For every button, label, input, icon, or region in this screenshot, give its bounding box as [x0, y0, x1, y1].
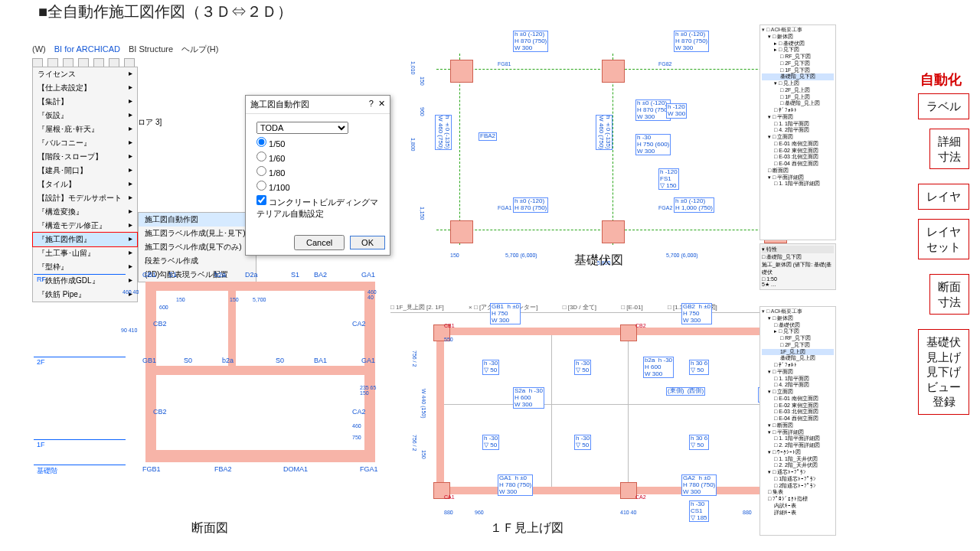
tab[interactable]: □ [3D / 全て] — [563, 304, 596, 311]
callout-layerset: レイヤ セット — [918, 219, 969, 259]
scale-radio-100[interactable]: 1/100 — [256, 183, 290, 192]
mid-label: h ±0 (-135) W 460 (750) — [596, 115, 612, 150]
menu-bi-archicad[interactable]: BI for ARCHICAD — [54, 44, 120, 54]
menu-w[interactable]: (W) — [32, 44, 46, 54]
menu-item[interactable]: 【建具･開口】▸ — [33, 164, 137, 178]
concrete-checkbox[interactable]: コンクリートビルディングマテリアル自動設定 — [256, 197, 378, 218]
tree-selected: 基礎階_見下図 — [762, 73, 834, 80]
beam-label: GB1 h ±0 H 750 W 300 — [490, 303, 521, 324]
col-label: CA2 — [635, 494, 646, 500]
bot-label: h ±0 (-120) H 1,000 (750) — [674, 197, 714, 213]
auto-draw-dialog: 施工図自動作図 ? ✕ TODA 1/50 1/60 1/80 1/100 コン… — [245, 95, 390, 256]
menu-item[interactable]: 【設計】モデルサポート▸ — [33, 191, 137, 205]
submenu-item[interactable]: 段差ラベル作成 — [139, 254, 256, 268]
bot-label: h ±0 (-120) H 870 (750) — [513, 197, 548, 213]
col-label: CB1 — [444, 323, 455, 328]
menu-item-construction-drawing[interactable]: 『施工図作図』▸ — [33, 233, 137, 246]
company-select[interactable]: TODA — [256, 122, 348, 134]
menubar: (W) BI for ARCHICAD BI Structure ヘルプ(H) — [32, 42, 384, 57]
submenu-item[interactable]: 施工図ラベル作成(見上･見下) — [139, 227, 256, 240]
menu-item[interactable]: 『バルコニー』▸ — [33, 136, 137, 150]
dim-label: h ±0 (-120) H 870 (750) W 300 — [513, 31, 548, 52]
fga-label: FGA2 — [658, 205, 672, 210]
menu-item[interactable]: 『仮設』▸ — [33, 109, 137, 122]
callout-label: ラベル — [918, 93, 969, 119]
tab[interactable]: □ 1F_見上図 [2. 1F] — [390, 304, 444, 311]
col-label: h -30 H 750 (600) W 300 — [635, 134, 671, 155]
callout-detail-dim: 詳細 寸法 — [929, 129, 969, 169]
story-bar: RF 2F 1F 基礎階 — [34, 274, 126, 477]
scale-radio-50[interactable]: 1/50 — [256, 139, 285, 148]
menu-item[interactable]: 【集計】▸ — [33, 95, 137, 109]
callout-heading: 自動化 — [920, 70, 962, 89]
menu-item[interactable]: 『構造モデル修正』▸ — [33, 219, 137, 233]
menu-item[interactable]: 『型枠』▸ — [33, 260, 137, 274]
story-rf: RF — [34, 274, 126, 284]
navigator-tree-top[interactable]: ▾ □ ACﾙ概要工事 ▾ □ 躯体図 ▸ □ 基礎伏図 ▸ □ 見下図 □ R… — [760, 24, 836, 240]
section-caption: 断面図 — [191, 520, 228, 536]
menu-item[interactable]: 『構造変換』▸ — [33, 205, 137, 219]
tab[interactable]: □ [E-01] — [621, 304, 642, 311]
cancel-button[interactable]: Cancel — [294, 235, 345, 250]
help-icon[interactable]: ? — [369, 99, 374, 108]
story-1f: 1F — [34, 439, 126, 449]
close-icon[interactable]: ✕ — [378, 99, 385, 108]
floor-caption: １Ｆ見上げ図 — [490, 520, 564, 536]
fba-label: FBA2 — [479, 132, 497, 141]
callout-views: 基礎伏 見上げ 見下げ ビュー 登録 — [918, 329, 969, 415]
page-title: ■全自動作施工図作図（３Ｄ⇔２Ｄ） — [38, 2, 292, 22]
menu-help[interactable]: ヘルプ(H) — [181, 44, 218, 54]
section-drawing: GB1 S1 b2a D2a S1 BA2 GA1 CB2 CA2 GB1 S0… — [138, 274, 383, 504]
properties-panel: ▾ 特性 □ 基礎階_見下図施工_躯体図 (値下階: 基礎(基礎伏 □ 1:50… — [760, 243, 836, 290]
context-menu: ライセンス▸ 【仕上表設定】▸ 【集計】▸ 『仮設』▸ 『屋根･庇･軒天』▸ 『… — [32, 67, 138, 302]
tree-selected: 1F_見上図 — [762, 349, 834, 356]
col-label: h -120 W 300 — [666, 103, 687, 119]
menu-item[interactable]: 【仕上表設定】▸ — [33, 81, 137, 95]
navigator-tree-bottom[interactable]: ▾ □ ACﾙ概要工事 ▾ □ 躯体図 □ 基礎伏図 ▸ □ 見下図 □ RF_… — [760, 306, 836, 536]
menu-item[interactable]: 【階段･スロープ】▸ — [33, 150, 137, 164]
fga-label: FGA1 — [498, 205, 511, 210]
submenu-auto-draw[interactable]: 施工図自動作図 — [139, 213, 256, 227]
menu-item[interactable]: ライセンス▸ — [33, 67, 137, 81]
callout-layer: レイヤ — [918, 184, 969, 210]
fg-label: FG81 — [498, 61, 511, 67]
submenu-item[interactable]: 施工図ラベル作成(見下のみ) — [139, 240, 256, 254]
col-label: CB2 — [635, 323, 646, 328]
foundation-plan: B A h ±0 (-120) H 870 (750) W 300 h ±0 (… — [406, 31, 819, 268]
col-label: CA1 — [444, 494, 455, 500]
menu-item[interactable]: 『土工事･山留』▸ — [33, 246, 137, 260]
fs1-label: h -120 FS1 ▽ 150 — [658, 168, 679, 190]
floor-plan-1f: B A CB1 CB2 CA1 CA2 GB1 h ±0 H 750 W 300… — [406, 312, 819, 519]
story-fnd: 基礎階 — [34, 465, 126, 477]
dialog-title: 施工図自動作図 — [250, 99, 309, 110]
dim-label: h ±0 (-120) H 870 (750) W 300 — [674, 31, 709, 52]
ok-button[interactable]: OK — [350, 236, 385, 249]
scale-radio-60[interactable]: 1/60 — [256, 154, 285, 163]
scale-radio-80[interactable]: 1/80 — [256, 168, 285, 178]
foundation-caption: 基礎伏図 — [574, 253, 623, 269]
menu-bi-structure[interactable]: BI Structure — [129, 44, 173, 54]
archicad-ui: (W) BI for ARCHICAD BI Structure ヘルプ(H) … — [32, 42, 384, 70]
story-2f: 2F — [34, 357, 126, 367]
callout-section-dim: 断面 寸法 — [929, 274, 969, 315]
menu-item[interactable]: 『屋根･庇･軒天』▸ — [33, 122, 137, 136]
mid-label: h ±0 (-135) W 460 (750) — [435, 115, 452, 150]
beam-label: GB2 h ±0 H 750 W 300 — [681, 303, 712, 324]
fg-label: FG82 — [658, 61, 672, 67]
menu-item[interactable]: 【タイル】▸ — [33, 178, 137, 191]
